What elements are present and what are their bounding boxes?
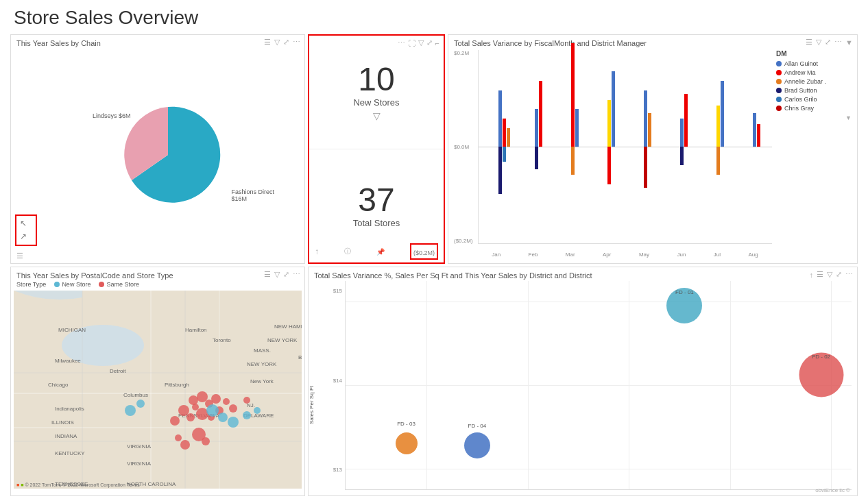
- expand-icon4[interactable]: ⤢: [283, 270, 289, 279]
- more-icon3[interactable]: ⋯: [834, 38, 842, 47]
- menu-icon5[interactable]: ☰: [817, 270, 823, 279]
- svg-text:Indianapolis: Indianapolis: [55, 406, 84, 412]
- map-store-type-label: Store Type New Store Same Store: [14, 281, 302, 288]
- bubble-x-labels: -5% -4% -3% -2% -1% 0%: [346, 495, 852, 496]
- info-icon[interactable]: ⓘ: [344, 247, 351, 256]
- bubble-fd04[interactable]: [464, 432, 490, 458]
- svg-text:Hamilton: Hamilton: [185, 327, 207, 333]
- bar-aug-2: [757, 124, 760, 147]
- map-container[interactable]: Milwaukee Chicago Indianapolis Detroit C…: [14, 291, 302, 489]
- kpi-total-stores-value: 37: [358, 184, 394, 217]
- svg-point-35: [211, 394, 221, 404]
- menu-icon3[interactable]: ☰: [806, 38, 812, 47]
- more-icon5[interactable]: ⋯: [845, 270, 853, 279]
- svg-text:INDIANA: INDIANA: [55, 433, 77, 439]
- svg-point-44: [170, 416, 180, 426]
- kpi-filter-icon[interactable]: ▽: [373, 110, 381, 121]
- up-icon[interactable]: ↑: [315, 247, 319, 256]
- filter-icon5[interactable]: ▽: [827, 270, 832, 279]
- legend-dot-4: [776, 97, 782, 102]
- menu-icon[interactable]: ☰: [264, 38, 271, 47]
- legend-item-4: Carlos Grilo: [776, 96, 852, 103]
- expand-icon3[interactable]: ⤢: [825, 38, 831, 47]
- more-icon4[interactable]: ⋯: [293, 270, 300, 279]
- legend-label-0: Allan Guinot: [784, 60, 818, 67]
- svg-text:ILLINOIS: ILLINOIS: [51, 419, 74, 426]
- y-label-mid: $0.0M: [454, 144, 473, 150]
- kpi-new-stores-value: 10: [358, 63, 394, 96]
- expand-icon[interactable]: ⤢: [283, 38, 289, 47]
- map-credit: © 2022 TomTom, © 2022 Microsoft Corporat…: [25, 482, 139, 487]
- scroll-icon3[interactable]: ▼: [845, 38, 853, 47]
- filter-icon4[interactable]: ▽: [274, 270, 280, 279]
- legend-label-1: Andrew Ma: [784, 69, 816, 76]
- bar-x-labels: Jan Feb Mar Apr May Jun Jul Aug: [478, 251, 772, 258]
- v-line-4: [730, 281, 731, 489]
- panel-bar-chart: Total Sales Variance by FiscalMonth and …: [448, 34, 858, 264]
- bar-legend: DM Allan Guinot Andrew Ma Annelie Zubar …: [776, 50, 852, 258]
- svg-text:VIRGINIA: VIRGINIA: [127, 443, 152, 450]
- expand-icon5[interactable]: ⤢: [836, 270, 842, 279]
- new-store-dot: [54, 282, 60, 287]
- svg-rect-0: [14, 291, 302, 489]
- svg-text:Boston: Boston: [298, 354, 302, 360]
- dots-icon[interactable]: ⋯: [398, 38, 405, 47]
- focus-icon[interactable]: ⛶: [408, 39, 415, 47]
- pie-label-fashions: Fashions Direct$16M: [231, 188, 274, 202]
- bubble-chart-area: FD - 01 FD - 02 FD - 03 FD - 04: [345, 281, 852, 490]
- panel1-toolbar: ☰ ▽ ⤢ ⋯: [264, 38, 300, 47]
- svg-point-49: [175, 434, 182, 441]
- menu-icon-bottom[interactable]: ☰: [16, 251, 23, 260]
- kpi-total-stores-label: Total Stores: [353, 218, 400, 228]
- legend-item-1: Andrew Ma: [776, 69, 852, 76]
- bar-jul-1: [716, 106, 720, 147]
- up-icon5[interactable]: ↑: [810, 271, 814, 279]
- bar-apr-1: [607, 100, 611, 147]
- legend-scroll[interactable]: ▼: [776, 114, 852, 121]
- x-mar: Mar: [566, 251, 575, 258]
- expand-arrows-box[interactable]: ↖ ↗: [15, 214, 37, 246]
- svg-point-54: [254, 407, 261, 414]
- svg-text:Pittsburgh: Pittsburgh: [165, 382, 189, 388]
- svg-point-43: [229, 404, 237, 413]
- bubble-fd01-label: FD - 01: [675, 289, 694, 295]
- pie-chart-content: Lindseys $6M Fashions Direct$16M: [11, 35, 304, 263]
- corner-icon[interactable]: ⌐: [435, 39, 439, 47]
- bar-chart-content: $0.2M $0.0M ($0.2M): [448, 35, 857, 263]
- bar-chart-inner: [478, 50, 772, 244]
- variance-label: ($0.2M): [413, 249, 435, 256]
- svg-text:Toronto: Toronto: [213, 337, 231, 343]
- svg-point-41: [178, 405, 189, 416]
- bar-y-labels: $0.2M $0.0M ($0.2M): [454, 50, 473, 244]
- y-label-top: $0.2M: [454, 50, 473, 56]
- legend-label-3: Brad Sutton: [784, 87, 817, 94]
- h-line-1: [346, 302, 852, 302]
- filter-icon3[interactable]: ▽: [816, 38, 821, 47]
- bar-may-2: [648, 113, 651, 147]
- h-line-2: [346, 385, 852, 386]
- more-icon[interactable]: ⋯: [293, 38, 300, 47]
- kpi-new-stores-label: New Stores: [353, 97, 399, 108]
- x-jan: Jan: [492, 251, 501, 258]
- x-apr: Apr: [603, 251, 611, 258]
- panel4-toolbar: ☰ ▽ ⤢ ⋯: [264, 270, 300, 279]
- svg-text:Milwaukee: Milwaukee: [55, 358, 81, 364]
- filter-icon2[interactable]: ▽: [418, 38, 424, 47]
- legend-item-3: Brad Sutton: [776, 87, 852, 94]
- new-store-legend: New Store: [54, 281, 91, 288]
- panel-bubble-chart: Total Sales Variance %, Sales Per Sq Ft …: [308, 267, 858, 496]
- panel1-title: This Year Sales by Chain: [11, 35, 106, 49]
- svg-text:VIRGINIA: VIRGINIA: [127, 461, 152, 467]
- bubble-y-axis: $15 $14 $13 Sales Per Sq Ft: [314, 281, 345, 490]
- y-label-bot: ($0.2M): [454, 238, 473, 244]
- svg-point-52: [228, 417, 239, 428]
- panel2-toolbar: ⋯ ⛶ ▽ ⤢ ⌐: [398, 38, 439, 47]
- bubble-fd03[interactable]: [396, 432, 418, 454]
- legend-dot-0: [776, 61, 782, 66]
- filter-icon[interactable]: ▽: [274, 38, 280, 47]
- pin-icon[interactable]: 📌: [376, 248, 385, 256]
- svg-point-37: [186, 413, 195, 421]
- expand-icon2[interactable]: ⤢: [426, 38, 433, 47]
- bar-jan-4: [498, 147, 502, 194]
- menu-icon4[interactable]: ☰: [264, 270, 271, 279]
